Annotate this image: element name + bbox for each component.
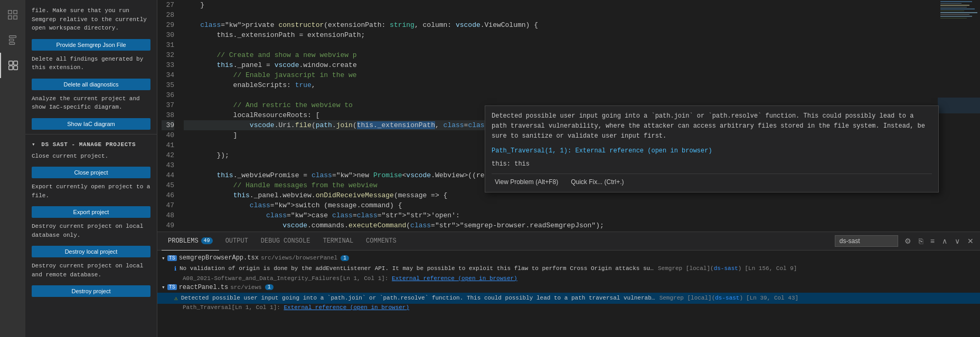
export-project-button[interactable]: Export project: [32, 206, 150, 218]
code-line-30[interactable]: this._extensionPath = extensionPath;: [184, 30, 938, 40]
show-iac-diagram-button[interactable]: Show IaC diagram: [32, 118, 150, 130]
problem-sub-item-2[interactable]: Path_Traversal[Ln 1, Col 1]: External re…: [157, 304, 980, 311]
problem-location-1: [Ln 156, Col 9]: [745, 264, 797, 273]
problem-text-2: Detected possible user input going into …: [181, 294, 656, 303]
copy-icon-button[interactable]: ⎘: [917, 236, 925, 246]
code-line-47[interactable]: class="kw">switch (message.command) {: [184, 200, 938, 210]
tab-problems[interactable]: PROBLEMS 49: [162, 232, 219, 251]
file-name-1: semgrepBrowserApp.tsx: [179, 254, 259, 262]
close-panel-button[interactable]: ✕: [965, 236, 976, 246]
line-number-28: 28: [162, 10, 174, 20]
line-number-47: 47: [162, 200, 174, 210]
svg-rect-7: [9, 61, 13, 65]
svg-rect-14: [940, 5, 969, 6]
info-icon-1: ℹ: [174, 265, 176, 274]
code-line-34[interactable]: // Enable javascript in the we: [184, 70, 938, 80]
tooltip-popup: Detected possible user input going into …: [485, 105, 939, 192]
panel-icons: ⚙ ⎘ ≡ ∧ ∨ ✕: [902, 236, 976, 246]
chevron-up-icon-button[interactable]: ∧: [940, 236, 949, 246]
code-line-33[interactable]: this._panel = vscode.window.create: [184, 60, 938, 70]
line-number-44: 44: [162, 170, 174, 180]
svg-rect-12: [940, 1, 972, 2]
svg-rect-6: [10, 43, 15, 45]
sidebar-export-text: Export currently open project to a file.: [25, 180, 157, 204]
svg-rect-21: [940, 18, 967, 18]
destroy-local-project-button[interactable]: Destroy local project: [32, 246, 150, 257]
code-line-32[interactable]: // Create and show a new webview p: [184, 50, 938, 60]
code-line-31[interactable]: [184, 40, 938, 50]
code-line-48[interactable]: class="kw">case class=class="str">"str">…: [184, 210, 938, 220]
line-number-33: 33: [162, 60, 174, 70]
svg-rect-5: [10, 39, 14, 41]
view-problem-button[interactable]: View Problem (Alt+F8): [492, 177, 561, 187]
tab-comments[interactable]: COMMENTS: [360, 232, 403, 251]
line-number-45: 45: [162, 180, 174, 190]
quick-fix-button[interactable]: Quick Fix... (Ctrl+.): [568, 177, 627, 187]
problem-group-2: ▾ TS reactPanel.ts src/views 1 ⚠ Detecte…: [157, 282, 980, 312]
tab-terminal[interactable]: TERMINAL: [316, 232, 360, 251]
code-line-28[interactable]: [184, 10, 938, 20]
tooltip-this-line: this: this: [492, 159, 932, 169]
delete-all-diagnostics-button[interactable]: Delete all diagnostics: [32, 79, 150, 90]
activity-item-search[interactable]: [0, 27, 25, 53]
svg-rect-10: [14, 66, 17, 70]
minimap: [938, 0, 980, 232]
svg-rect-9: [9, 66, 13, 70]
problems-badge: 49: [201, 237, 213, 244]
activity-item-explorer[interactable]: [0, 2, 25, 27]
svg-rect-13: [940, 3, 962, 4]
code-line-35[interactable]: enableScripts: true,: [184, 80, 938, 90]
chevron-down-icon-button[interactable]: ∨: [953, 236, 962, 246]
line-number-39: 39: [162, 120, 174, 130]
line-number-41: 41: [162, 140, 174, 150]
code-line-49[interactable]: vscode.commands.executeCommand(class="st…: [184, 220, 938, 230]
line-number-34: 34: [162, 70, 174, 80]
file-name-2: reactPanel.ts: [179, 284, 229, 291]
svg-rect-3: [14, 16, 17, 19]
problem-group-header-2[interactable]: ▾ TS reactPanel.ts src/views 1: [157, 282, 980, 293]
line-number-42: 42: [162, 150, 174, 160]
ext-ref-link-2[interactable]: External reference (open in browser): [284, 304, 409, 311]
sidebar-divider: [25, 134, 157, 134]
close-project-button[interactable]: Close project: [32, 167, 150, 178]
tooltip-path-ref[interactable]: Path_Traversal(1, 1): External reference…: [492, 146, 932, 156]
sidebar-destroy-local-text: Destroy current project on local databas…: [25, 220, 157, 244]
tooltip-actions: View Problem (Alt+F8) Quick Fix... (Ctrl…: [492, 174, 932, 187]
sidebar-provide-file-text: file. Make sure that you run Semgrep rel…: [25, 4, 157, 37]
svg-rect-4: [10, 36, 16, 38]
code-line-36[interactable]: [184, 90, 938, 100]
tab-debug-console[interactable]: DEBUG CONSOLE: [255, 232, 317, 251]
problem-group-1: ▾ TS semgrepBrowserApp.tsx src/views/bro…: [157, 253, 980, 282]
svg-rect-1: [14, 11, 17, 14]
tab-output[interactable]: OUTPUT: [219, 232, 255, 251]
line-number-30: 30: [162, 30, 174, 40]
svg-rect-0: [8, 11, 12, 14]
sidebar-section-title: ▾ DS SAST - MANAGE PROJECTS: [25, 137, 157, 150]
problem-source-1: Semgrep [local](ds-sast): [658, 264, 741, 273]
problem-source-2: Semgrep [local](ds-sast): [659, 294, 743, 303]
problem-item-2[interactable]: ⚠ Detected possible user input going int…: [157, 293, 980, 304]
line-number-29: 29: [162, 20, 174, 30]
code-line-27[interactable]: }: [184, 0, 938, 10]
provide-semgrep-json-button[interactable]: Provide Semgrep Json File: [32, 39, 150, 51]
problem-group-header-1[interactable]: ▾ TS semgrepBrowserApp.tsx src/views/bro…: [157, 253, 980, 263]
chevron-icon-1: ▾: [162, 255, 165, 262]
filter-icon-button[interactable]: ⚙: [902, 236, 913, 246]
collapse-icon-button[interactable]: ≡: [928, 236, 937, 246]
activity-item-extensions[interactable]: [0, 53, 25, 78]
destroy-project-button[interactable]: Destroy project: [32, 285, 150, 297]
svg-rect-19: [940, 14, 969, 15]
svg-rect-20: [940, 16, 972, 17]
code-line-29[interactable]: class="kw">private constructor(extension…: [184, 20, 938, 30]
sidebar-close-proj-text: Close current project.: [25, 150, 157, 165]
ts-badge-2: TS: [167, 284, 177, 290]
panel-filter-input[interactable]: [835, 235, 898, 247]
problem-sub-item-1[interactable]: A08_2021-Software_and_Data_Integrity_Fai…: [157, 275, 980, 282]
activity-bar: [0, 0, 25, 337]
ts-badge-1: TS: [167, 255, 177, 261]
ext-ref-link-1[interactable]: External reference (open in browser): [392, 275, 517, 282]
main-area: 2728293031323334353637383940414243444546…: [157, 0, 980, 337]
problem-item-1[interactable]: ℹ No validation of origin is done by the…: [157, 263, 980, 275]
line-number-36: 36: [162, 90, 174, 100]
svg-rect-15: [940, 7, 967, 7]
